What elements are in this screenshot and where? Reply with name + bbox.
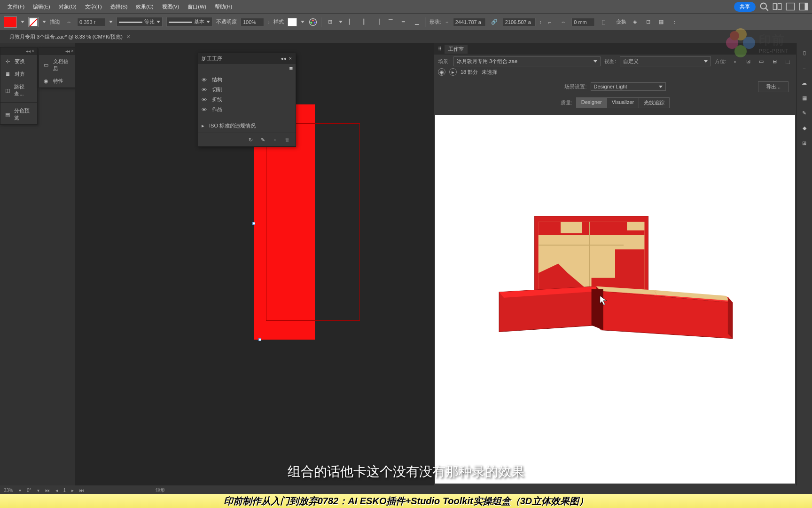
menu-help[interactable]: 帮助(H)	[211, 1, 236, 12]
close-icon[interactable]: ×	[126, 33, 130, 40]
transform-label[interactable]: 变换	[616, 18, 626, 25]
align-top-icon[interactable]: ▔	[386, 17, 395, 27]
view-persp-icon[interactable]: ⬚	[783, 57, 792, 66]
brush-dropdown[interactable]: 基本	[166, 17, 212, 27]
quality-visualizer[interactable]: Visualizer	[607, 98, 640, 108]
more-icon[interactable]: ⊞	[800, 138, 809, 148]
arrange-icon[interactable]: ▦	[656, 17, 666, 27]
layer-fold[interactable]: 👁折线	[198, 95, 296, 104]
close-icon[interactable]: ×	[71, 49, 75, 53]
variable-width-dropdown[interactable]: 等比	[117, 17, 163, 27]
panel-item-pathfinder[interactable]: ◫路径查...	[0, 80, 37, 100]
artboard-nav-next-icon[interactable]: ▸	[71, 488, 74, 493]
align-icon[interactable]: ⊞	[326, 17, 335, 27]
artboard-number[interactable]: 1	[63, 488, 66, 493]
align-bottom-icon[interactable]: ▁	[412, 17, 422, 27]
selection-handle[interactable]	[258, 338, 261, 341]
height-input[interactable]	[503, 18, 536, 26]
selection-handle[interactable]	[252, 222, 255, 225]
eye-icon[interactable]: 👁	[202, 107, 207, 112]
menu-view[interactable]: 视图(V)	[158, 1, 183, 12]
panel-item-separation[interactable]: ▤分色预览	[0, 104, 37, 124]
recolor-icon[interactable]	[308, 17, 318, 27]
width-input[interactable]	[453, 18, 486, 26]
panel-item-docinfo[interactable]: ▭文档信息	[39, 55, 77, 75]
align-center-v-icon[interactable]: ━	[399, 17, 408, 27]
fill-dropdown-icon[interactable]	[21, 21, 24, 23]
panel-item-transform[interactable]: ⊹变换	[0, 55, 37, 68]
align-dropdown-icon[interactable]	[339, 21, 343, 23]
layer-cut[interactable]: 👁切割	[198, 85, 296, 95]
corner-radius-input[interactable]	[571, 18, 595, 26]
scene-settings-dropdown[interactable]: Designer Light	[591, 82, 666, 91]
align-center-h-icon[interactable]: ┃	[359, 17, 369, 27]
menu-window[interactable]: 窗口(W)	[184, 1, 210, 12]
stroke-weight-input[interactable]	[77, 18, 105, 26]
arrange-icon[interactable]	[773, 2, 782, 11]
new-icon[interactable]: ▫	[270, 135, 280, 144]
layout-icon[interactable]	[786, 2, 795, 11]
document-tab[interactable]: 月敦月专用 3个组合.zae* @ 8.33 % (CMYK/预览) ×	[4, 31, 136, 42]
eye-icon[interactable]: 👁	[202, 87, 207, 93]
swatches-icon[interactable]: ▦	[800, 93, 809, 103]
rotation-angle[interactable]: 0°	[27, 488, 31, 493]
isolate-icon[interactable]: ◈	[630, 17, 640, 27]
studio-tab[interactable]: 工作室	[445, 45, 468, 54]
close-icon[interactable]: ×	[289, 56, 292, 62]
transform-each-icon[interactable]: ⊡	[643, 17, 653, 27]
layer-structure[interactable]: 👁结构	[198, 75, 296, 85]
refresh-icon[interactable]: ↻	[246, 135, 255, 144]
export-button[interactable]: 导出...	[758, 81, 789, 92]
quality-raytrace[interactable]: 光线追踪	[639, 98, 669, 108]
collapse-icon[interactable]: ◂◂	[281, 56, 286, 62]
corner-icon[interactable]: ⌐	[545, 17, 554, 27]
panel-tab[interactable]: 加工工序 ◂◂×	[198, 53, 296, 64]
delete-icon[interactable]: 🗑	[282, 135, 292, 144]
scene-dropdown[interactable]: 冰月敦月专用 3个组合.zae	[453, 56, 601, 66]
view-front-icon[interactable]: ▫	[730, 57, 740, 66]
view-top-icon[interactable]: ⊡	[743, 57, 753, 66]
style-dropdown-icon[interactable]	[301, 21, 304, 23]
panel-item-align[interactable]: ≣对齐	[0, 68, 37, 80]
link-icon[interactable]: ⌢	[64, 17, 73, 27]
panel-menu-icon[interactable]: ≡	[289, 65, 293, 72]
artboard-nav-last-icon[interactable]: ⏭	[79, 488, 84, 493]
fill-swatch[interactable]	[4, 16, 17, 28]
align-left-icon[interactable]: ▏	[346, 17, 356, 27]
menu-file[interactable]: 文件(F)	[4, 1, 28, 12]
menu-effect[interactable]: 效果(C)	[132, 1, 157, 12]
view-side-icon[interactable]: ▭	[757, 57, 766, 66]
stroke-swatch-container[interactable]	[28, 17, 39, 27]
menu-text[interactable]: 文字(T)	[81, 1, 106, 12]
zoom-level[interactable]: 33%	[4, 488, 13, 493]
stroke-weight-dropdown-icon[interactable]	[109, 21, 113, 23]
prev-button[interactable]: ◉	[438, 68, 445, 76]
corner-type-icon[interactable]: ⎕	[599, 17, 608, 27]
layer-artwork[interactable]: 👁作品	[198, 104, 296, 114]
artboard-nav-prev-icon[interactable]: ◂	[55, 488, 58, 493]
panel-grip-icon[interactable]: ⠿	[438, 46, 442, 52]
align-right-icon[interactable]: ▕	[373, 17, 382, 27]
link-corners-icon[interactable]: ⌢	[558, 17, 568, 27]
quality-designer[interactable]: Designer	[577, 98, 607, 108]
search-icon[interactable]	[759, 2, 769, 11]
menu-select[interactable]: 选择(S)	[107, 1, 132, 12]
play-button[interactable]: ▸	[449, 68, 457, 76]
menu-object[interactable]: 对象(O)	[55, 1, 80, 12]
properties-icon[interactable]: ▯	[800, 48, 809, 57]
iso-violations[interactable]: ▸ISO 标准的违规情况	[198, 121, 296, 131]
chevron-down-icon[interactable]: ▾	[37, 488, 39, 493]
view-dropdown[interactable]: 自定义	[620, 56, 711, 66]
viewport-3d[interactable]	[435, 115, 795, 484]
brushes-icon[interactable]: ✎	[800, 108, 809, 118]
more-icon[interactable]: ⋮	[670, 17, 679, 27]
link-wh-icon[interactable]: 🔗	[490, 17, 499, 27]
eye-icon[interactable]: 👁	[202, 97, 207, 103]
collapse-icon[interactable]: ◂◂	[65, 49, 69, 53]
menu-edit[interactable]: 编辑(E)	[29, 1, 54, 12]
libraries-icon[interactable]: ☁	[800, 78, 809, 87]
graphic-style-swatch[interactable]	[288, 18, 297, 26]
symbols-icon[interactable]: ◆	[800, 123, 809, 133]
layers-icon[interactable]: ≡	[800, 63, 809, 72]
chevron-down-icon[interactable]: ▾	[19, 488, 21, 493]
